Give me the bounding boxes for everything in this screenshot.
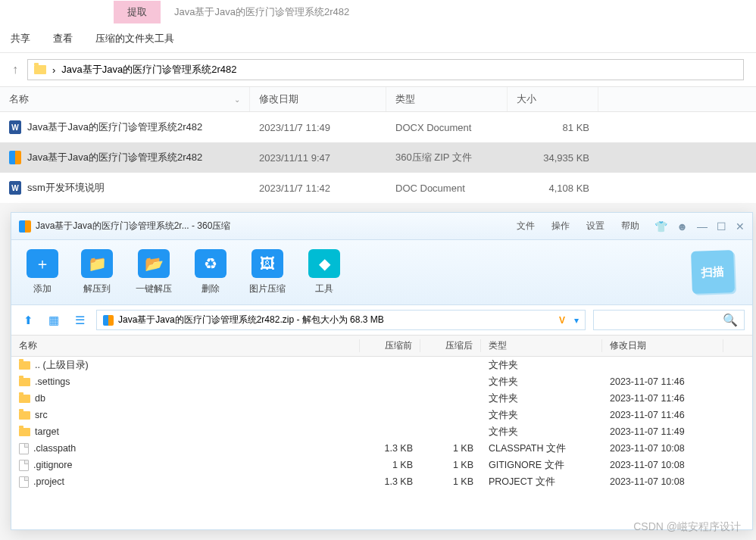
word-doc-icon: W	[9, 181, 21, 195]
list-item[interactable]: .. (上级目录)文件夹	[11, 357, 752, 373]
zip-item-date: 2023-11-07 11:46	[602, 376, 723, 387]
folder-icon	[34, 65, 46, 74]
toolbox-button[interactable]: ◆工具	[308, 249, 340, 295]
minimize-icon[interactable]: —	[697, 220, 708, 233]
tab-zip-tools[interactable]: 压缩的文件夹工具	[95, 32, 174, 45]
zip-item-name: .classpath	[33, 443, 76, 454]
zip-search-input[interactable]: 🔍	[593, 310, 745, 330]
up-icon[interactable]: ⬆	[19, 311, 37, 329]
col-type[interactable]: 类型	[386, 87, 508, 111]
col-date[interactable]: 修改日期	[250, 87, 386, 111]
list-item[interactable]: src文件夹2023-11-07 11:46	[11, 407, 752, 423]
tab-extract[interactable]: 提取	[114, 1, 161, 23]
breadcrumb-sep: ›	[52, 64, 55, 76]
up-arrow-icon[interactable]: ↑	[12, 63, 18, 76]
folder-icon	[19, 428, 30, 436]
file-date: 2023/11/7 11:49	[250, 122, 386, 133]
menu-settings[interactable]: 设置	[586, 220, 604, 233]
feedback-icon[interactable]: ☻	[676, 220, 688, 233]
file-date: 2023/11/11 9:47	[250, 152, 386, 164]
zcol-pre[interactable]: 压缩前	[360, 339, 420, 352]
zip-titlebar[interactable]: Java基于Java的医疗门诊管理系统2r... - 360压缩 文件 操作 设…	[11, 213, 752, 240]
zip-item-type: 文件夹	[481, 426, 602, 439]
zip-item-date: 2023-11-07 10:08	[602, 443, 723, 454]
image-icon: 🖼	[251, 249, 283, 278]
zip-item-name: target	[35, 426, 59, 437]
view-icon[interactable]: ▦	[45, 311, 63, 329]
chevron-down-icon: ⌄	[234, 95, 240, 104]
explorer-file-list: WJava基于Java的医疗门诊管理系统2r4822023/11/7 11:49…	[0, 112, 756, 203]
zip-column-header: 名称 压缩前 压缩后 类型 修改日期	[11, 336, 752, 357]
scan-badge[interactable]: 扫描	[691, 250, 735, 294]
file-date: 2023/11/7 11:42	[250, 183, 386, 194]
list-icon[interactable]: ☰	[70, 311, 89, 329]
zip-item-type: 文件夹	[481, 376, 602, 389]
address-input[interactable]: › Java基于Java的医疗门诊管理系统2r482	[27, 59, 744, 80]
explorer-column-header: 名称⌄ 修改日期 类型 大小	[0, 86, 756, 112]
tab-share[interactable]: 共享	[11, 32, 30, 45]
file-icon	[19, 460, 29, 471]
plus-icon: ＋	[27, 249, 58, 278]
dropdown-icon[interactable]: ▾	[574, 315, 579, 326]
ribbon-tabs: 提取 Java基于Java的医疗门诊管理系统2r482	[0, 0, 756, 24]
col-size[interactable]: 大小	[508, 87, 598, 111]
zip-item-date: 2023-11-07 11:46	[602, 410, 723, 420]
folder-icon	[19, 411, 30, 420]
search-icon: 🔍	[723, 313, 738, 327]
zip-path-input[interactable]: Java基于Java的医疗门诊管理系统2r482.zip - 解包大小为 68.…	[96, 310, 586, 330]
watermark: CSDN @嵫安程序设计	[633, 520, 741, 534]
zip-item-post: 1 KB	[420, 476, 481, 487]
explorer-toolbar: 共享 查看 压缩的文件夹工具	[0, 24, 756, 53]
zcol-name[interactable]: 名称	[11, 339, 360, 352]
menu-file[interactable]: 文件	[517, 220, 535, 233]
delete-button[interactable]: ♻删除	[195, 249, 226, 295]
skin-icon[interactable]: 👕	[654, 220, 667, 233]
tab-view[interactable]: 查看	[53, 32, 73, 45]
file-icon	[19, 476, 29, 488]
zip-item-date: 2023-11-07 11:46	[602, 393, 723, 404]
v-badge: V	[559, 315, 565, 326]
zip-path-text: Java基于Java的医疗门诊管理系统2r482.zip - 解包大小为 68.…	[118, 314, 384, 326]
address-bar: ↑ › Java基于Java的医疗门诊管理系统2r482	[0, 53, 756, 86]
file-type: 360压缩 ZIP 文件	[386, 151, 508, 164]
file-name: Java基于Java的医疗门诊管理系统2r482	[27, 120, 202, 134]
zip-item-type: CLASSPATH 文件	[481, 442, 602, 455]
list-item[interactable]: .project1.3 KB1 KBPROJECT 文件2023-11-07 1…	[11, 473, 752, 490]
menu-help[interactable]: 帮助	[621, 220, 639, 233]
menu-operation[interactable]: 操作	[551, 220, 570, 233]
col-name[interactable]: 名称⌄	[0, 87, 250, 111]
zcol-type[interactable]: 类型	[481, 339, 602, 352]
zip-item-name: db	[35, 393, 45, 404]
table-row[interactable]: WJava基于Java的医疗门诊管理系统2r4822023/11/7 11:49…	[0, 112, 756, 142]
zcol-post[interactable]: 压缩后	[420, 339, 481, 352]
zip-path-bar: ⬆ ▦ ☰ Java基于Java的医疗门诊管理系统2r482.zip - 解包大…	[11, 305, 752, 336]
table-row[interactable]: Wssm开发环境说明2023/11/7 11:42DOC Document4,1…	[0, 173, 756, 203]
table-row[interactable]: Java基于Java的医疗门诊管理系统2r4822023/11/11 9:473…	[0, 142, 756, 173]
close-icon[interactable]: ✕	[736, 220, 745, 233]
word-doc-icon: W	[9, 120, 21, 134]
extract-to-button[interactable]: 📁解压到	[81, 249, 113, 295]
folder-icon	[19, 378, 30, 386]
image-compress-button[interactable]: 🖼图片压缩	[249, 249, 286, 295]
zip-item-type: 文件夹	[481, 359, 602, 372]
zip-item-name: src	[35, 410, 48, 420]
list-item[interactable]: target文件夹2023-11-07 11:49	[11, 423, 752, 440]
list-item[interactable]: .settings文件夹2023-11-07 11:46	[11, 373, 752, 390]
list-item[interactable]: .gitignore1 KB1 KBGITIGNORE 文件2023-11-07…	[11, 457, 752, 473]
trash-icon: ♻	[195, 249, 226, 278]
maximize-icon[interactable]: ☐	[717, 220, 726, 233]
folder-icon	[19, 361, 30, 370]
list-item[interactable]: .classpath1.3 KB1 KBCLASSPATH 文件2023-11-…	[11, 440, 752, 457]
breadcrumb-item[interactable]: Java基于Java的医疗门诊管理系统2r482	[61, 63, 236, 76]
file-type: DOC Document	[386, 183, 508, 194]
zip-item-type: 文件夹	[481, 409, 602, 422]
zip-item-type: 文件夹	[481, 392, 602, 405]
add-button[interactable]: ＋添加	[27, 249, 58, 295]
zip-app-icon	[19, 220, 31, 233]
zcol-date[interactable]: 修改日期	[602, 339, 723, 352]
list-item[interactable]: db文件夹2023-11-07 11:46	[11, 390, 752, 407]
zip-item-pre: 1.3 KB	[360, 476, 420, 487]
file-icon	[19, 443, 29, 454]
zip-item-name: .project	[33, 476, 64, 487]
oneclick-extract-button[interactable]: 📂一键解压	[136, 249, 172, 295]
